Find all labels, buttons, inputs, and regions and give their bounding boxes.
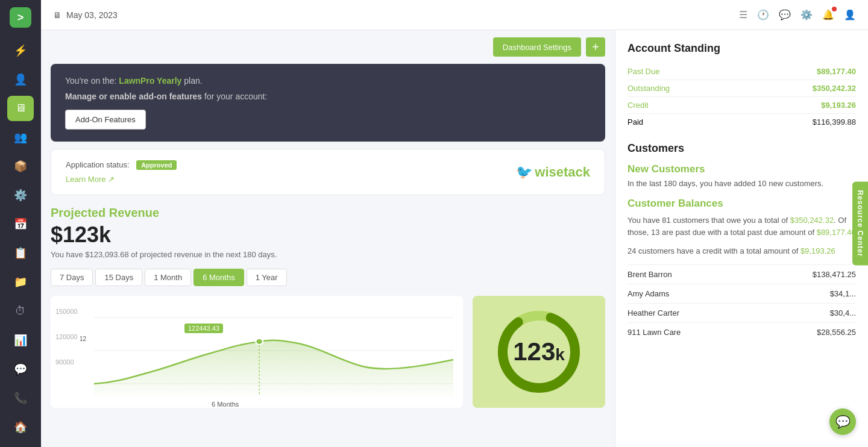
projected-revenue-desc: You have $123,093.68 of projected revenu… (51, 250, 605, 259)
chat-icon: 💬 (835, 414, 851, 429)
plan-banner: You're on the: LawnPro Yearly plan. Mana… (51, 64, 605, 142)
filter-1month[interactable]: 1 Month (145, 269, 191, 286)
new-customers-desc: In the last 180 days, you have added 10 … (627, 179, 856, 188)
sidebar-item-home[interactable]: 🏠 (7, 414, 34, 440)
sidebar-item-customers[interactable]: 👤 (7, 67, 34, 92)
account-standing-title: Account Standing (627, 42, 856, 55)
customer-rows: Brent Barron $138,471.25 Amy Adams $34,1… (627, 264, 856, 342)
paid-value: $116,399.88 (813, 117, 856, 127)
external-link-icon: ↗ (108, 175, 115, 184)
status-label-text: Application status: (66, 160, 130, 169)
customer-name-3: Heather Carter (627, 308, 679, 317)
balances-desc-credit: 24 customers have a credit with a total … (627, 245, 856, 257)
account-row-pastdue: Past Due $89,177.40 (627, 63, 856, 80)
filter-6months[interactable]: 6 Months (193, 269, 244, 286)
customer-value-3: $30,4... (830, 308, 856, 317)
sidebar-item-reports[interactable]: 📊 (7, 328, 34, 353)
main-area: 🖥 May 03, 2023 ☰ 🕐 💬 ⚙️ 🔔 👤 Dashboard Se… (41, 0, 868, 447)
manage-bold: Manage or enable add-on features (65, 92, 202, 101)
donut-suffix: k (555, 345, 565, 364)
sidebar-item-settings[interactable]: ⚙️ (7, 183, 34, 208)
wisetack-text: wisetack (535, 164, 590, 180)
projected-revenue-section: Projected Revenue $123k You have $123,09… (51, 204, 605, 410)
topbar-date: 🖥 May 03, 2023 (53, 10, 118, 20)
left-panel: Dashboard Settings + You're on the: Lawn… (41, 30, 615, 447)
chart-y-marker: 12 (80, 336, 86, 342)
manage-suffix: for your account: (204, 92, 267, 101)
pastdue-label: Past Due (627, 67, 659, 76)
sidebar-item-calendar[interactable]: 📅 (7, 211, 34, 237)
learn-more-link[interactable]: Learn More ↗ (66, 175, 516, 184)
sidebar-item-calls[interactable]: 📞 (7, 386, 34, 411)
wisetack-logo: 🐦 wisetack (516, 164, 590, 180)
plan-suffix: plan. (184, 76, 202, 86)
sidebar-logo[interactable]: > (10, 7, 31, 28)
content-area: Dashboard Settings + You're on the: Lawn… (41, 30, 868, 447)
wisetack-icon: 🐦 (516, 164, 532, 180)
notification-icon[interactable]: 🔔 (822, 9, 834, 20)
comment-icon[interactable]: 💬 (779, 9, 791, 20)
account-row-paid: Paid $116,399.88 (627, 114, 856, 130)
balances-desc-3: 24 customers have a credit with a total … (627, 246, 800, 255)
credit-label: Credit (627, 101, 649, 110)
months-label: 6 Months (212, 401, 239, 408)
plan-text: You're on the: LawnPro Yearly plan. (65, 76, 591, 86)
topbar: 🖥 May 03, 2023 ☰ 🕐 💬 ⚙️ 🔔 👤 (41, 0, 868, 30)
filter-15days[interactable]: 15 Days (95, 269, 142, 286)
sidebar-item-dashboard[interactable]: ⚡ (7, 37, 34, 63)
balances-desc: You have 81 customers that owe you a tot… (627, 214, 856, 238)
y-label-150k: 150000 (55, 308, 78, 315)
account-row-outstanding: Outstanding $350,242.32 (627, 80, 856, 97)
projected-revenue-title: Projected Revenue (51, 206, 605, 220)
customer-row-3: Heather Carter $30,4... (627, 303, 856, 322)
gear-icon[interactable]: ⚙️ (800, 9, 813, 20)
account-standing-rows: Past Due $89,177.40 Outstanding $350,242… (627, 63, 856, 130)
sidebar-item-tasks[interactable]: 📋 (7, 240, 34, 266)
learn-more-text: Learn More (66, 175, 105, 184)
right-panel: Account Standing Past Due $89,177.40 Out… (615, 30, 868, 447)
app-status-left: Application status: Approved Learn More … (66, 160, 516, 184)
topbar-icons: ☰ 🕐 💬 ⚙️ 🔔 👤 (739, 9, 856, 20)
sidebar: > ⚡ 👤 🖥 👥 📦 ⚙️ 📅 📋 📁 ⏱ 📊 💬 📞 🏠 (0, 0, 41, 447)
sidebar-item-team[interactable]: 👥 (7, 125, 34, 150)
sidebar-item-monitor[interactable]: 🖥 (7, 96, 34, 121)
credit-value: $9,193.26 (821, 101, 856, 110)
date-label: May 03, 2023 (66, 10, 118, 20)
balances-desc-1: You have 81 customers that owe you a tot… (627, 216, 790, 225)
plan-prefix: You're on the: (65, 76, 116, 86)
customer-name-2: Amy Adams (627, 289, 669, 298)
sidebar-item-packages[interactable]: 📦 (7, 154, 34, 179)
chat-bubble[interactable]: 💬 (829, 408, 856, 435)
addon-features-button[interactable]: Add-On Features (65, 110, 146, 130)
chart-container: 150000 120000 90000 (51, 296, 605, 408)
plan-name: LawnPro Yearly (119, 76, 181, 86)
outstanding-label: Outstanding (627, 84, 670, 93)
list-icon[interactable]: ☰ (739, 9, 747, 20)
line-chart: 150000 120000 90000 (51, 296, 463, 408)
donut-chart: 123k (473, 296, 605, 408)
y-label-90k: 90000 (55, 358, 78, 366)
customer-row-2: Amy Adams $34,1... (627, 284, 856, 303)
balances-amount-3: $9,193.26 (800, 246, 835, 255)
notification-badge (832, 7, 837, 11)
customer-name-4: 911 Lawn Care (627, 328, 681, 337)
balances-amount-2: $89,177.40 (817, 228, 856, 237)
clock-icon[interactable]: 🕐 (757, 9, 769, 20)
projected-revenue-amount: $123k (51, 222, 605, 248)
sidebar-item-chat[interactable]: 💬 (7, 357, 34, 382)
y-label-120k: 120000 (55, 333, 78, 340)
chart-svg (94, 305, 453, 396)
dashboard-settings-button[interactable]: Dashboard Settings (493, 37, 581, 57)
sidebar-item-files[interactable]: 📁 (7, 269, 34, 295)
pastdue-value: $89,177.40 (817, 67, 856, 76)
app-status-card: Application status: Approved Learn More … (51, 149, 605, 195)
filter-7days[interactable]: 7 Days (51, 269, 93, 286)
user-icon[interactable]: 👤 (844, 9, 856, 20)
sidebar-item-time[interactable]: ⏱ (7, 298, 34, 324)
donut-value: 123k (513, 337, 565, 366)
filter-1year[interactable]: 1 Year (247, 269, 287, 286)
resource-center-tab[interactable]: Resource Center (852, 181, 868, 265)
account-row-credit: Credit $9,193.26 (627, 97, 856, 114)
add-widget-button[interactable]: + (586, 37, 605, 57)
chart-tooltip: 122443.43 (184, 324, 223, 333)
